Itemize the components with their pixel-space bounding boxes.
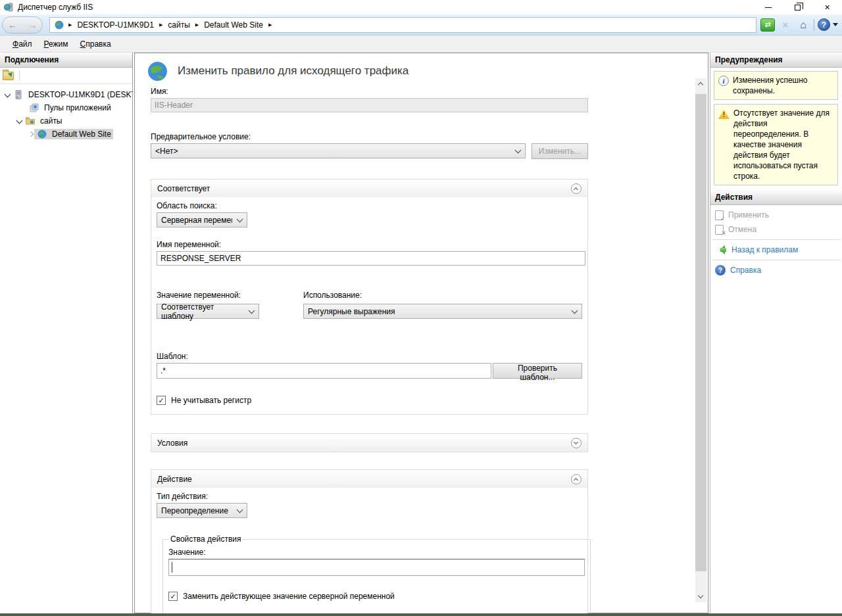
breadcrumb-arrow-icon: ▶: [266, 22, 274, 28]
restore-button[interactable]: [783, 0, 812, 14]
back-icon[interactable]: ←: [8, 20, 17, 30]
variable-value-label: Значение переменной:: [157, 291, 303, 300]
action-section-title: Действие: [157, 475, 192, 484]
using-select[interactable]: Регулярные выражения: [303, 304, 582, 319]
expand-icon[interactable]: [28, 131, 34, 137]
tree-item-label: сайты: [38, 116, 64, 126]
action-section: Действие Тип действия: Переопределение С…: [151, 469, 588, 616]
help-link[interactable]: Справка: [730, 266, 761, 275]
precondition-label: Предварительное условие:: [151, 132, 588, 141]
apply-action[interactable]: ✓ Применить: [710, 208, 842, 222]
scroll-down-icon[interactable]: [695, 591, 706, 602]
ignore-case-checkbox[interactable]: ✓: [157, 396, 166, 405]
action-value-field[interactable]: [168, 559, 585, 576]
name-field[interactable]: [151, 98, 588, 112]
using-label: Использование:: [303, 291, 582, 300]
vertical-scrollbar[interactable]: [695, 78, 706, 602]
replace-value-checkbox[interactable]: ✓: [168, 592, 178, 601]
menu-bar: Файл Режим Справка: [0, 36, 842, 53]
collapse-section-icon[interactable]: [571, 474, 582, 485]
tree-item-default-web-site[interactable]: Default Web Site: [0, 128, 132, 141]
tree-item-label: Пулы приложений: [42, 103, 113, 113]
pattern-label: Шаблон:: [157, 352, 582, 361]
right-panel: Предупреждения i Изменения успешно сохра…: [710, 53, 842, 613]
help-icon[interactable]: ?: [818, 18, 830, 31]
apply-icon: ✓: [715, 210, 724, 220]
help-dropdown-caret-icon[interactable]: [833, 23, 838, 26]
collapse-section-icon[interactable]: [571, 183, 582, 194]
precondition-select[interactable]: <Нет>: [151, 143, 526, 158]
replace-value-label: Заменить действующее значение серверной …: [183, 592, 395, 601]
action-properties-group: Свойства действия Значение: ✓ Заменить д…: [162, 534, 591, 615]
restart-icon[interactable]: ⇄: [760, 18, 775, 32]
connections-panel: Подключения DESKTOP-U1MK9D1 (DESKTOP Пул…: [0, 53, 133, 613]
edit-precondition-button[interactable]: Изменить...: [532, 143, 588, 159]
chevron-down-icon: [237, 506, 243, 513]
breadcrumb-item-default-web-site[interactable]: Default Web Site: [201, 20, 266, 30]
breadcrumb-item-server[interactable]: DESKTOP-U1MK9D1: [74, 20, 156, 30]
breadcrumb[interactable]: ▶ DESKTOP-U1MK9D1 ▶ сайты ▶ Default Web …: [49, 17, 756, 33]
title-bar: Диспетчер служб IIS ×: [0, 0, 842, 14]
connections-tree: DESKTOP-U1MK9D1 (DESKTOP Пулы приложений…: [0, 84, 132, 141]
ignore-case-label: Не учитывать регистр: [171, 396, 251, 405]
address-bar: ← → ▶ DESKTOP-U1MK9D1 ▶ сайты ▶ Default …: [0, 14, 842, 36]
site-globe-icon: [37, 129, 47, 139]
breadcrumb-item-sites[interactable]: сайты: [165, 20, 193, 30]
action-section-header[interactable]: Действие: [151, 470, 587, 488]
toolbar-divider: [19, 70, 20, 81]
server-icon: [13, 89, 24, 100]
conditions-section: Условия: [151, 433, 588, 452]
window-bottom-border: [0, 613, 842, 616]
expand-section-icon[interactable]: [571, 438, 582, 448]
cancel-icon: ×: [715, 225, 724, 235]
tree-item-app-pools[interactable]: Пулы приложений: [0, 101, 132, 114]
scope-select[interactable]: Серверная переменн: [157, 212, 247, 227]
address-toolbar: ⇄ × ⌂ ?: [760, 18, 838, 32]
match-section-header[interactable]: Соответствует: [151, 179, 587, 197]
back-to-rules-link[interactable]: Назад к правилам: [731, 245, 798, 254]
save-connection-icon[interactable]: [3, 72, 14, 80]
connections-header: Подключения: [0, 53, 132, 68]
scope-label: Область поиска:: [157, 201, 582, 210]
cancel-label: Отмена: [728, 225, 756, 234]
action-type-select[interactable]: Переопределение: [157, 503, 247, 518]
text-cursor: [172, 562, 172, 573]
stop-icon[interactable]: ×: [779, 18, 792, 32]
tree-item-sites[interactable]: сайты: [0, 114, 132, 128]
scrollbar-thumb[interactable]: [695, 94, 706, 571]
action-value-label: Значение:: [168, 548, 585, 557]
variable-name-field[interactable]: [157, 251, 585, 266]
warning-icon: !: [718, 109, 730, 119]
warning-alert: ! Отсутствует значение для действия пере…: [714, 104, 838, 185]
back-to-rules-action[interactable]: Назад к правилам: [710, 243, 842, 257]
test-pattern-button[interactable]: Проверить шаблон...: [493, 363, 582, 379]
cancel-action[interactable]: × Отмена: [710, 222, 842, 237]
close-icon: ×: [824, 2, 830, 12]
forward-icon[interactable]: →: [28, 20, 37, 30]
page-title: Изменить правило для исходящего трафика: [178, 64, 409, 78]
conditions-section-title: Условия: [157, 438, 187, 448]
warning-alert-text: Отсутствует значение для действия переоп…: [733, 108, 833, 181]
check-icon: ✓: [170, 592, 176, 600]
tree-item-label: DESKTOP-U1MK9D1 (DESKTOP: [26, 89, 132, 100]
help-action[interactable]: ? Справка: [710, 263, 842, 277]
globe-icon: [54, 20, 64, 30]
apply-label: Применить: [728, 210, 769, 220]
home-icon[interactable]: ⌂: [796, 18, 810, 32]
action-properties-legend: Свойства действия: [168, 534, 243, 544]
close-button[interactable]: ×: [812, 0, 842, 14]
collapse-icon[interactable]: [4, 91, 11, 98]
scroll-up-icon[interactable]: [695, 78, 706, 89]
tree-item-server[interactable]: DESKTOP-U1MK9D1 (DESKTOP: [0, 88, 132, 101]
actions-divider: [713, 260, 839, 260]
actions-header: Действия: [710, 190, 842, 205]
conditions-section-header[interactable]: Условия: [151, 434, 587, 452]
menu-view[interactable]: Режим: [38, 37, 74, 51]
minimize-button[interactable]: [753, 0, 783, 14]
pattern-field[interactable]: [157, 363, 491, 379]
variable-value-select[interactable]: Соответствует шаблону: [157, 304, 259, 319]
menu-file[interactable]: Файл: [7, 37, 38, 51]
menu-help[interactable]: Справка: [74, 37, 117, 51]
action-type-label: Тип действия:: [157, 492, 582, 501]
collapse-icon[interactable]: [16, 118, 22, 124]
